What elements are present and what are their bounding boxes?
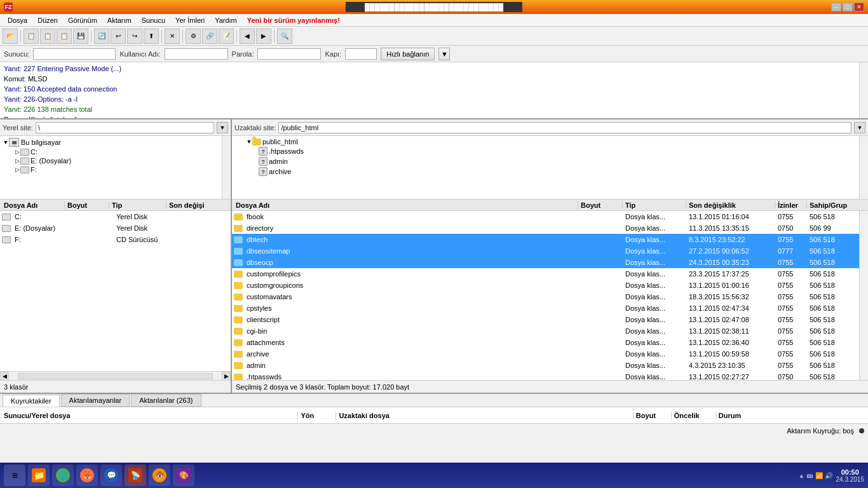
local-tree-e-label: E: (Dosyalar) <box>31 157 71 165</box>
menu-gorunum[interactable]: Görünüm <box>63 15 102 25</box>
connect-dropdown-arrow[interactable]: ▼ <box>438 48 450 60</box>
remote-header-perm[interactable]: İzinler <box>775 201 807 209</box>
toolbar-btn-3[interactable]: 📋 <box>40 29 55 44</box>
local-tree-f[interactable]: ▷ F: <box>1 165 229 174</box>
toolbar-btn-1[interactable]: 📂 <box>3 29 18 44</box>
pass-label: Parola: <box>232 50 254 58</box>
taskbar-paint-btn[interactable]: 🎨 <box>173 464 194 486</box>
remote-tree-scrollbar[interactable] <box>859 136 868 199</box>
local-scroll-right[interactable]: ▶ <box>222 372 231 381</box>
local-header-type[interactable]: Tip <box>109 201 166 209</box>
remote-tree-htpasswds[interactable]: ? .htpasswds <box>233 146 867 156</box>
remote-tree-archive[interactable]: ? archive <box>233 166 867 177</box>
menu-new-version[interactable]: Yeni bir sürüm yayınlanmış! <box>242 15 345 25</box>
close-button[interactable]: ✕ <box>854 3 864 11</box>
remote-tree-expand-root[interactable]: ▼ <box>246 139 252 145</box>
queue-tab-current[interactable]: Kuyruktakiler <box>3 395 60 407</box>
remote-file-row-8[interactable]: cpstylesDosya klas...13.1.2015 02:47:340… <box>232 302 859 314</box>
menu-duzen[interactable]: Düzen <box>32 15 63 25</box>
remote-header-type[interactable]: Tip <box>623 201 686 209</box>
user-input[interactable] <box>165 48 228 60</box>
local-file-row-c[interactable]: C: Yerel Disk <box>0 211 231 222</box>
remote-file-row-11[interactable]: attachmentsDosya klas...13.1.2015 02:36:… <box>232 337 859 348</box>
remote-file-row-13[interactable]: adminDosya klas...4.3.2015 23:10:3507555… <box>232 360 859 371</box>
remote-files-scrollbar[interactable] <box>859 211 868 380</box>
toolbar-btn-11[interactable]: ⚙ <box>186 29 201 44</box>
local-tree-e[interactable]: ▷ E: (Dosyalar) <box>1 156 229 165</box>
taskbar-tiger-btn[interactable]: 🐯 <box>149 464 170 486</box>
remote-header-name[interactable]: Dosya Adı <box>233 201 578 209</box>
remote-path-input[interactable] <box>278 122 851 133</box>
toolbar-btn-8[interactable]: ↪ <box>127 29 142 44</box>
remote-header-owner[interactable]: Sahip/Grup <box>807 201 858 209</box>
toolbar-btn-10[interactable]: ✕ <box>165 29 180 44</box>
toolbar-btn-7[interactable]: ↩ <box>111 29 126 44</box>
menu-sunucu[interactable]: Sunucu <box>137 15 170 25</box>
toolbar-btn-9[interactable]: ⬆ <box>144 29 159 44</box>
minimize-button[interactable]: ─ <box>831 3 841 11</box>
menu-aktarim[interactable]: Aktarım <box>102 15 137 25</box>
toolbar-btn-13[interactable]: 📝 <box>219 29 234 44</box>
remote-file-row-6[interactable]: customgroupiconsDosya klas...13.1.2015 0… <box>232 280 859 291</box>
local-file-row-f[interactable]: F: CD Sürücüsü <box>0 234 231 245</box>
remote-file-row-4[interactable]: dbseocpDosya klas...24.3.2015 00:35:2307… <box>232 257 859 268</box>
remote-file-row-12[interactable]: archiveDosya klas...13.1.2015 00:59:5807… <box>232 348 859 360</box>
tree-expand-c[interactable]: ▷ <box>14 149 20 155</box>
toolbar-btn-15[interactable]: ▶ <box>256 29 271 44</box>
remote-file-row-5[interactable]: customprofilepicsDosya klas...23.3.2015 … <box>232 268 859 280</box>
toolbar-btn-2[interactable]: 📋 <box>24 29 39 44</box>
toolbar-btn-5[interactable]: 💾 <box>73 29 88 44</box>
toolbar-btn-6[interactable]: 🔄 <box>94 29 109 44</box>
taskbar-chrome-btn[interactable]: 🌐 <box>52 464 74 486</box>
local-file-row-e[interactable]: E: (Dosyalar) Yerel Disk <box>0 222 231 234</box>
menu-dosya[interactable]: Dosya <box>3 15 32 25</box>
remote-file-row-1[interactable]: directoryDosya klas...11.3.2015 13:35:15… <box>232 222 859 234</box>
local-tree-c[interactable]: ▷ C: <box>1 147 229 156</box>
remote-file-row-0[interactable]: fbookDosya klas...13.1.2015 01:16:040755… <box>232 211 859 222</box>
queue-tab-completed[interactable]: Aktarılanlar (263) <box>131 394 201 407</box>
taskbar-skype-btn[interactable]: 💬 <box>100 464 122 486</box>
remote-file-row-9[interactable]: clientscriptDosya klas...13.1.2015 02:47… <box>232 314 859 325</box>
local-hscroll-track[interactable] <box>18 373 213 379</box>
tree-expand-computer[interactable]: ▼ <box>3 139 9 146</box>
local-path-dropdown[interactable]: ▼ <box>217 122 228 133</box>
menu-yerimleri[interactable]: Yer İmleri <box>170 15 210 25</box>
remote-header-date[interactable]: Son değişiklik <box>686 201 775 209</box>
taskbar-start-btn[interactable]: ⊞ <box>4 464 25 486</box>
toolbar-btn-12[interactable]: 🔗 <box>202 29 217 44</box>
remote-header-size[interactable]: Boyut <box>578 201 623 209</box>
log-label-6: Durum: <box>4 116 27 119</box>
local-path-input[interactable] <box>36 122 214 133</box>
local-header-date[interactable]: Son değişi <box>166 201 229 209</box>
remote-path-dropdown[interactable]: ▼ <box>854 122 865 133</box>
toolbar-btn-4[interactable]: 📋 <box>57 29 72 44</box>
remote-file-row-14[interactable]: .htpasswdsDosya klas...13.1.2015 02:27:2… <box>232 371 859 380</box>
toolbar-btn-16[interactable]: 🔍 <box>277 29 292 44</box>
queue-tab-failed[interactable]: Aktarılamayanlar <box>61 394 130 407</box>
pass-input[interactable] <box>257 48 321 60</box>
remote-file-row-2[interactable]: dbtechDosya klas...8.3.2015 23:52:220755… <box>232 234 859 245</box>
local-tree-scrollbar[interactable] <box>222 136 231 199</box>
remote-tree-root[interactable]: ▼ public_html <box>233 137 867 146</box>
tree-expand-f[interactable]: ▷ <box>14 166 20 173</box>
local-header-size[interactable]: Boyut <box>65 201 109 209</box>
remote-file-row-3[interactable]: dbseositemapDosya klas...27.2.2015 00:06… <box>232 245 859 257</box>
remote-tree-admin[interactable]: ? admin <box>233 156 867 166</box>
toolbar-btn-14[interactable]: ◀ <box>240 29 255 44</box>
log-scrollbar[interactable] <box>859 62 868 118</box>
maximize-button[interactable]: □ <box>843 3 853 11</box>
port-input[interactable] <box>345 48 377 60</box>
local-scroll-left[interactable]: ◀ <box>0 372 9 381</box>
menu-yardim[interactable]: Yardım <box>210 15 242 25</box>
remote-file-row-10[interactable]: cgi-binDosya klas...13.1.2015 02:38:1107… <box>232 325 859 337</box>
local-hscrollbar[interactable]: ◀ ▶ <box>0 371 231 380</box>
local-tree-computer[interactable]: ▼ 💻 Bu bilgisayar <box>1 137 229 147</box>
tree-expand-e[interactable]: ▷ <box>14 158 20 164</box>
taskbar-explorer-btn[interactable]: 📁 <box>28 464 50 486</box>
taskbar-filezilla-btn[interactable]: 📡 <box>125 464 146 486</box>
server-input[interactable] <box>33 48 116 60</box>
taskbar-firefox-btn[interactable]: 🦊 <box>76 464 98 486</box>
local-header-name[interactable]: Dosya Adı <box>1 201 65 209</box>
remote-file-row-7[interactable]: customavatarsDosya klas...18.3.2015 15:5… <box>232 291 859 302</box>
connect-button[interactable]: Hızlı bağlanın <box>381 48 435 60</box>
